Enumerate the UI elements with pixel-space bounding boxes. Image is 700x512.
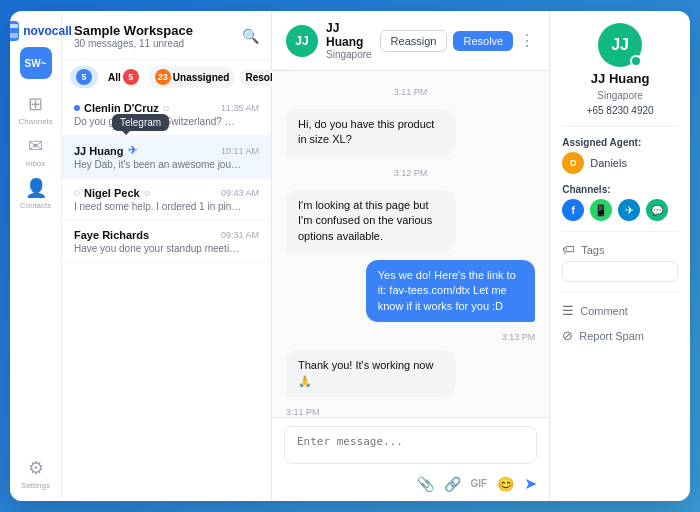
contacts-label: Contacts xyxy=(20,201,52,210)
inbox-label: Inbox xyxy=(26,159,46,168)
divider xyxy=(562,126,678,127)
info-panel: JJ JJ Huang Singapore +65 8230 4920 Assi… xyxy=(550,11,690,501)
sidebar-item-inbox[interactable]: ✉ Inbox xyxy=(18,133,54,169)
chat-panel: JJ JJ Huang Singapore Reassign Resolve ⋮… xyxy=(272,11,550,501)
status-icon: ○ xyxy=(144,187,151,199)
tags-input[interactable] xyxy=(562,261,678,282)
settings-label: Settings xyxy=(21,481,50,490)
filter-badge-sw: 5 xyxy=(76,69,92,85)
more-options-button[interactable]: ⋮ xyxy=(519,31,535,50)
resolve-button[interactable]: Resolve xyxy=(453,31,513,51)
chat-input-area: 📎 🔗 GIF 😊 ➤ xyxy=(272,417,549,501)
conv-time: 10:11 AM xyxy=(221,146,259,156)
channels-label: Channels: xyxy=(562,184,678,195)
tags-label: Tags xyxy=(581,244,604,256)
spam-icon: ⊘ xyxy=(562,328,573,343)
comment-row[interactable]: ☰ Comment xyxy=(562,303,678,318)
filter-tab-unassigned[interactable]: 23 Unassigned xyxy=(149,66,236,88)
chat-messages: 3:11 PM Hi, do you have this product in … xyxy=(272,71,549,417)
filter-tab-sw[interactable]: 5 xyxy=(70,66,98,88)
contact-location: Singapore xyxy=(597,90,643,101)
chat-header-actions: Reassign Resolve ⋮ xyxy=(380,30,536,52)
sidebar-item-settings[interactable]: ⚙ Settings xyxy=(18,455,54,491)
conv-name-text: Nigel Peck xyxy=(84,187,140,199)
settings-icon: ⚙ xyxy=(28,457,44,479)
left-sidebar: novocall SW~ ⊞ Channels ✉ Inbox 👤 Contac… xyxy=(10,11,62,501)
filter-tabs: 5 All 5 23 Unassigned Resolved xyxy=(62,60,271,94)
agent-initials: D xyxy=(570,158,577,168)
fb-icon: f xyxy=(572,205,575,216)
agent-name: Daniels xyxy=(590,157,627,169)
divider xyxy=(562,292,678,293)
svg-rect-1 xyxy=(10,24,18,28)
comment-label: Comment xyxy=(580,305,628,317)
time-label: 3:12 PM xyxy=(286,168,535,178)
divider xyxy=(562,231,678,232)
filter-badge-all: 5 xyxy=(123,69,139,85)
online-status-indicator xyxy=(630,55,642,67)
gif-button[interactable]: GIF xyxy=(471,478,488,489)
report-spam-label: Report Spam xyxy=(579,330,644,342)
sms-icon: 💬 xyxy=(651,205,663,216)
filter-label-unassigned: Unassigned xyxy=(173,72,230,83)
facebook-channel-icon[interactable]: f xyxy=(562,199,584,221)
telegram-channel-icon[interactable]: ✈ xyxy=(618,199,640,221)
workspace-subtitle: 30 messages, 11 unread xyxy=(74,38,193,49)
comment-icon: ☰ xyxy=(562,303,574,318)
link-icon[interactable]: 🔗 xyxy=(444,476,461,492)
conversation-item[interactable]: Nigel Peck ○ 09:43 AM I need some help. … xyxy=(62,179,271,221)
channels-row: f 📱 ✈ 💬 xyxy=(562,199,678,221)
conv-name-text: JJ Huang xyxy=(74,145,124,157)
send-button[interactable]: ➤ xyxy=(524,474,537,493)
reassign-button[interactable]: Reassign xyxy=(380,30,448,52)
conv-time: 09:43 AM xyxy=(221,188,259,198)
message-input[interactable] xyxy=(284,426,537,464)
message-bubble: Thank you! It's working now 🙏 xyxy=(286,350,455,397)
tg-icon: ✈ xyxy=(625,204,634,217)
tag-icon: 🏷 xyxy=(562,242,575,257)
emoji-icon[interactable]: 😊 xyxy=(497,476,514,492)
inbox-icon: ✉ xyxy=(28,135,43,157)
channel-indicator: ✈ xyxy=(128,144,137,157)
tags-row[interactable]: 🏷 Tags xyxy=(562,242,678,257)
conv-preview: Hey Dab, it's been an awesome journey bu… xyxy=(74,159,244,170)
chat-avatar-text: JJ xyxy=(295,34,308,48)
channels-label: Channels xyxy=(19,117,53,126)
message-bubble: I'm looking at this page but I'm confuse… xyxy=(286,190,455,252)
wa-icon: 📱 xyxy=(594,204,608,217)
search-icon[interactable]: 🔍 xyxy=(242,28,259,44)
report-spam-row[interactable]: ⊘ Report Spam xyxy=(562,328,678,343)
message-bubble: Yes we do! Here's the link to it: fav-te… xyxy=(366,260,535,322)
conv-name-text: Clenlin D'Cruz xyxy=(84,102,159,114)
workspace-avatar-text: SW~ xyxy=(25,58,47,69)
conversation-item[interactable]: Faye Richards 09:31 AM Have you done you… xyxy=(62,221,271,263)
attachment-icon[interactable]: 📎 xyxy=(417,476,434,492)
sidebar-item-channels[interactable]: ⊞ Channels xyxy=(18,91,54,127)
conversations-header: Sample Workspace 30 messages, 11 unread … xyxy=(62,11,271,60)
conv-time: 09:31 AM xyxy=(221,230,259,240)
unread-indicator xyxy=(74,190,80,196)
filter-badge-unassigned: 23 xyxy=(155,69,171,85)
unread-indicator xyxy=(74,105,80,111)
logo-icon xyxy=(10,21,19,41)
conv-name-text: Faye Richards xyxy=(74,229,149,241)
conversation-list: Clenlin D'Cruz ○ 11:35 AM Do you guys sh… xyxy=(62,94,271,501)
filter-label-all: All xyxy=(108,72,121,83)
contact-phone: +65 8230 4920 xyxy=(587,105,654,116)
contact-name: JJ Huang xyxy=(591,71,650,86)
sms-channel-icon[interactable]: 💬 xyxy=(646,199,668,221)
workspace-avatar[interactable]: SW~ xyxy=(20,47,52,79)
whatsapp-channel-icon[interactable]: 📱 xyxy=(590,199,612,221)
contacts-icon: 👤 xyxy=(25,177,47,199)
sidebar-nav: ⊞ Channels ✉ Inbox 👤 Contacts ⚙ Settings xyxy=(18,91,54,491)
filter-tab-all[interactable]: All 5 xyxy=(102,66,145,88)
message-bubble: Hi, do you have this product in size XL? xyxy=(286,109,455,156)
sidebar-item-contacts[interactable]: 👤 Contacts xyxy=(18,175,54,211)
assigned-agent-section: Assigned Agent: D Daniels xyxy=(562,137,678,174)
status-icon: ○ xyxy=(163,102,170,114)
tags-section: 🏷 Tags xyxy=(562,242,678,282)
conversations-panel: Sample Workspace 30 messages, 11 unread … xyxy=(62,11,272,501)
message-time: 3:11 PM xyxy=(286,407,535,417)
channels-icon: ⊞ xyxy=(28,93,43,115)
conversation-item[interactable]: Telegram JJ Huang ✈ 10:11 AM Hey Dab, it… xyxy=(62,136,271,179)
